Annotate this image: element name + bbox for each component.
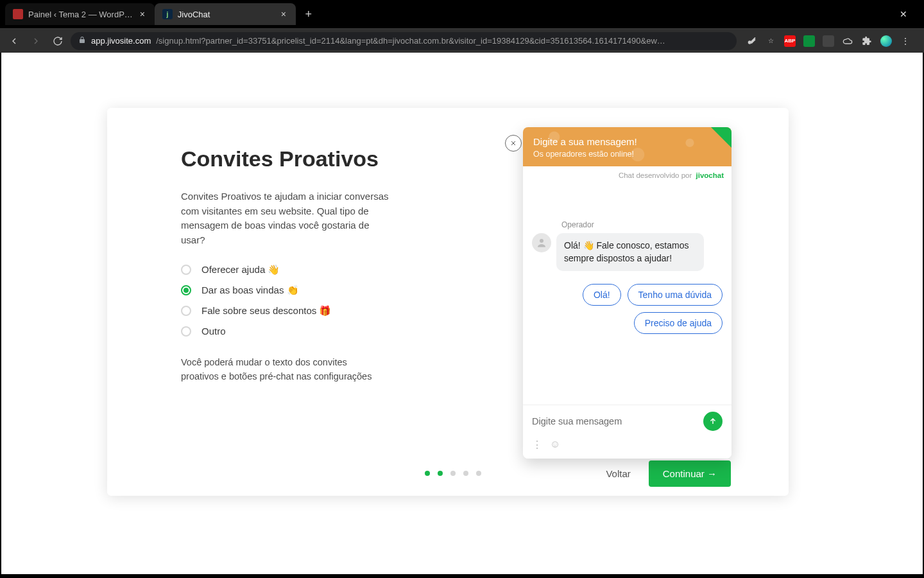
chat-message-bubble: Olá! 👋 Fale conosco, estamos sempre disp… <box>556 233 704 271</box>
star-icon[interactable]: ☆ <box>765 35 776 47</box>
browser-menu-icon[interactable]: ⋮ <box>900 35 911 47</box>
chat-input-area: ⋮ ☺ <box>523 405 732 459</box>
radio-icon <box>181 265 191 275</box>
wordpress-icon <box>13 9 23 19</box>
invite-option-label: Outro <box>201 326 226 337</box>
invite-option-list: Oferecer ajuda 👋Dar as boas vindas 👏Fale… <box>181 264 461 337</box>
more-icon[interactable]: ⋮ <box>532 439 542 451</box>
chat-corner-accent <box>710 127 732 148</box>
url-path: /signup.html?partner_id=33751&pricelist_… <box>156 36 729 46</box>
extension-icons: ☆ ABP ⋮ <box>740 35 919 47</box>
svg-point-1 <box>540 239 543 243</box>
page-description: Convites Proativos te ajudam a iniciar c… <box>181 189 393 247</box>
footnote: Você poderá mudar o texto dos convites p… <box>181 356 386 384</box>
window-close-icon[interactable]: ✕ <box>894 0 919 28</box>
step-dot <box>463 471 468 476</box>
invite-option-label: Dar as boas vindas 👏 <box>201 285 299 296</box>
chat-tools: ⋮ ☺ <box>532 439 723 451</box>
quick-reply-button[interactable]: Tenho uma dúvida <box>628 284 723 306</box>
powered-brand: jivochat <box>696 171 724 179</box>
operator-avatar-icon <box>532 233 551 252</box>
key-icon[interactable] <box>746 35 757 47</box>
chat-powered-by: Chat desenvolvido por jivochat <box>523 166 732 182</box>
radio-icon <box>181 306 191 316</box>
browser-chrome: Painel ‹ Tema 2 — WordP… × j JivoChat × … <box>0 0 924 53</box>
chat-header-subtitle: Os operadores estão online! <box>533 150 721 159</box>
chat-body: Operador Olá! 👋 Fale conosco, estamos se… <box>523 182 732 405</box>
adblock-icon[interactable]: ABP <box>784 35 796 47</box>
page-viewport: Convites Proativos Convites Proativos te… <box>0 53 924 575</box>
invite-option[interactable]: Oferecer ajuda 👋 <box>181 264 461 276</box>
cloud-icon[interactable] <box>842 35 853 47</box>
jivochat-icon: j <box>162 9 173 19</box>
chat-header: Digite a sua mensagem! Os operadores est… <box>523 127 732 166</box>
step-dot <box>425 471 430 476</box>
invite-option[interactable]: Outro <box>181 326 461 337</box>
close-preview-button[interactable] <box>505 135 522 152</box>
continue-button[interactable]: Continuar → <box>649 460 731 487</box>
quick-reply-button[interactable]: Olá! <box>583 284 621 306</box>
quick-reply-row: Olá!Tenho uma dúvidaPreciso de ajuda <box>532 284 723 334</box>
url-host: app.jivosite.com <box>91 36 151 46</box>
close-icon[interactable]: × <box>138 10 147 19</box>
chat-header-title: Digite a sua mensagem! <box>533 136 721 147</box>
left-column: Convites Proativos Convites Proativos te… <box>107 108 461 451</box>
new-tab-button[interactable]: + <box>300 5 318 23</box>
chat-preview-widget: Digite a sua mensagem! Os operadores est… <box>523 127 732 459</box>
tab-bar: Painel ‹ Tema 2 — WordP… × j JivoChat × … <box>0 0 924 28</box>
svg-point-0 <box>748 40 751 44</box>
forward-button[interactable] <box>27 32 45 50</box>
extensions-icon[interactable] <box>861 35 873 47</box>
back-button[interactable]: Voltar <box>606 468 630 479</box>
onboarding-card: Convites Proativos Convites Proativos te… <box>107 108 789 496</box>
reload-button[interactable] <box>49 32 67 50</box>
page-title: Convites Proativos <box>181 146 461 171</box>
radio-icon <box>181 326 191 337</box>
emoji-icon[interactable]: ☺ <box>550 439 560 451</box>
tab-jivochat[interactable]: j JivoChat × <box>155 3 296 25</box>
back-button[interactable] <box>5 32 23 50</box>
invite-option[interactable]: Fale sobre seus descontos 🎁 <box>181 305 461 317</box>
close-icon[interactable]: × <box>279 10 288 19</box>
toolbar: app.jivosite.com /signup.html?partner_id… <box>0 28 924 53</box>
step-dot <box>438 471 443 476</box>
step-indicator <box>232 471 481 476</box>
powered-prefix: Chat desenvolvido por <box>619 171 692 179</box>
tab-wordpress[interactable]: Painel ‹ Tema 2 — WordP… × <box>5 3 155 25</box>
invite-option-label: Oferecer ajuda 👋 <box>201 264 280 276</box>
quick-reply-button[interactable]: Preciso de ajuda <box>634 312 723 334</box>
chat-message-row: Olá! 👋 Fale conosco, estamos sempre disp… <box>532 233 723 271</box>
profile-icon[interactable] <box>880 35 892 47</box>
address-bar[interactable]: app.jivosite.com /signup.html?partner_id… <box>71 32 737 50</box>
radio-icon <box>181 285 191 295</box>
step-dot <box>476 471 481 476</box>
step-dot <box>450 471 456 476</box>
extension-green-icon[interactable] <box>803 35 815 47</box>
extension-generic-icon[interactable] <box>823 35 834 47</box>
invite-option[interactable]: Dar as boas vindas 👏 <box>181 285 461 296</box>
send-button[interactable] <box>703 412 723 431</box>
operator-label: Operador <box>561 220 723 229</box>
lock-icon <box>78 36 86 46</box>
tab-title: Painel ‹ Tema 2 — WordP… <box>28 10 133 19</box>
tab-title: JivoChat <box>178 10 274 19</box>
chat-input[interactable] <box>532 416 697 426</box>
invite-option-label: Fale sobre seus descontos 🎁 <box>201 305 331 317</box>
